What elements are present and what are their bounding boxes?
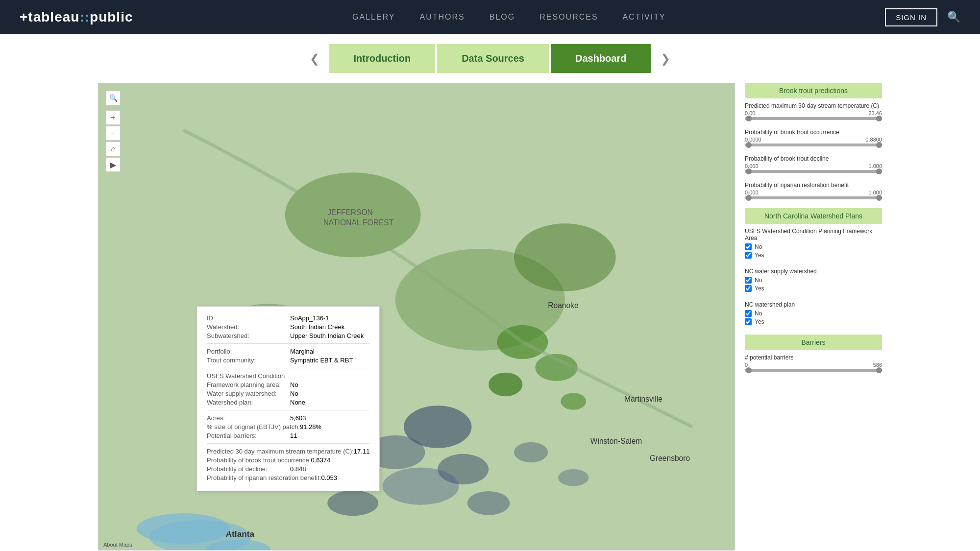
checkbox-usfs-label: USFS Watershed Condition Planning Framew… xyxy=(745,228,882,241)
map-container[interactable]: Kingsport Knoxville Sevierville Atlanta … xyxy=(98,83,735,551)
slider-occurrence: Probability of brook trout occurrence 0.… xyxy=(745,129,882,146)
tooltip-usfs-label: USFS Watershed Condition xyxy=(207,372,290,380)
slider-barriers-range: 0 586 xyxy=(745,362,882,368)
checkbox-usfs-yes-label: Yes xyxy=(755,252,764,259)
checkbox-nc-water-yes-input[interactable] xyxy=(745,285,752,292)
right-panel: Brook trout predictions Predicted maximu… xyxy=(745,83,882,551)
checkbox-group-nc-water: NC water supply watershed No Yes xyxy=(745,268,882,293)
checkbox-usfs-yes[interactable]: Yes xyxy=(745,252,882,259)
checkbox-nc-water-no-label: No xyxy=(755,277,762,284)
checkbox-usfs-no-input[interactable] xyxy=(745,243,752,250)
slider-temp: Predicted maximum 30-day stream temperat… xyxy=(745,102,882,120)
checkbox-nc-water-no-input[interactable] xyxy=(745,277,752,284)
tooltip-framework-value: No xyxy=(290,381,298,388)
checkbox-nc-water-yes[interactable]: Yes xyxy=(745,285,882,292)
svg-point-18 xyxy=(561,393,586,410)
slider-riparian-track[interactable] xyxy=(745,196,882,199)
nav-authors[interactable]: AUTHORS xyxy=(420,13,465,22)
checkbox-nc-plan-no-label: No xyxy=(755,310,762,317)
slider-occurrence-label: Probability of brook trout occurrence xyxy=(745,129,882,136)
slider-barriers-label: # potential barriers xyxy=(745,354,882,361)
checkbox-group-usfs: USFS Watershed Condition Planning Framew… xyxy=(745,228,882,260)
slider-temp-track[interactable] xyxy=(745,117,882,120)
tooltip-prob-decline-value: 0.848 xyxy=(290,465,306,473)
tooltip-prob-riparian-label: Probability of riparian restoration bene… xyxy=(207,474,321,481)
tooltip-pct-label: % size of original (EBTJV) patch: xyxy=(207,423,300,431)
checkbox-group-nc-plan: NC watershed plan No Yes xyxy=(745,301,882,327)
svg-point-14 xyxy=(558,469,588,486)
map-controls: 🔍 + − ⌂ ▶ xyxy=(106,91,121,172)
slider-occurrence-range: 0.0000 0.8800 xyxy=(745,137,882,143)
map-zoom-in-button[interactable]: + xyxy=(106,110,121,125)
slider-decline-range: 0.000 1.000 xyxy=(745,163,882,169)
slider-barriers-min: 0 xyxy=(745,362,748,368)
slider-decline: Probability of brook trout decline 0.000… xyxy=(745,155,882,173)
svg-point-17 xyxy=(489,373,522,396)
checkbox-nc-plan-no-input[interactable] xyxy=(745,310,752,317)
search-icon[interactable]: 🔍 xyxy=(947,11,960,24)
checkbox-nc-plan-yes-label: Yes xyxy=(755,318,764,325)
svg-point-10 xyxy=(383,468,459,505)
checkbox-nc-plan-yes-input[interactable] xyxy=(745,318,752,325)
slider-riparian-max: 1.000 xyxy=(868,190,882,195)
tooltip-prob-decline-label: Probability of decline: xyxy=(207,465,290,473)
signin-button[interactable]: SIGN IN xyxy=(885,8,937,26)
tooltip-barriers-value: 11 xyxy=(290,432,297,439)
nav-gallery[interactable]: GALLERY xyxy=(352,13,395,22)
tooltip-id-label: ID: xyxy=(207,314,290,322)
checkbox-usfs-no[interactable]: No xyxy=(745,243,882,250)
slider-riparian: Probability of riparian restoration bene… xyxy=(745,182,882,199)
svg-text:Greensboro: Greensboro xyxy=(650,454,690,462)
tab-datasources[interactable]: Data Sources xyxy=(437,44,549,73)
tooltip-subwatershed-label: Subwatershed: xyxy=(207,332,290,339)
tooltip-watershed-plan-value: None xyxy=(290,399,305,406)
svg-text:JEFFERSON: JEFFERSON xyxy=(327,208,373,216)
main-content: Kingsport Knoxville Sevierville Atlanta … xyxy=(0,78,980,551)
svg-text:Roanoke: Roanoke xyxy=(548,301,578,310)
svg-rect-0 xyxy=(98,83,735,550)
nav-resources[interactable]: RESOURCES xyxy=(539,13,598,22)
tooltip-watershed-plan-label: Watershed plan: xyxy=(207,399,290,406)
svg-point-12 xyxy=(467,491,510,515)
tab-prev-arrow[interactable]: ❮ xyxy=(300,52,329,66)
slider-decline-label: Probability of brook trout decline xyxy=(745,155,882,162)
tooltip-water-supply-label: Water supply watershed: xyxy=(207,390,290,397)
svg-text:Martinsville: Martinsville xyxy=(624,395,662,403)
nav-blog[interactable]: BLOG xyxy=(490,13,515,22)
svg-point-5 xyxy=(514,223,616,291)
svg-text:Atlanta: Atlanta xyxy=(226,529,255,539)
navbar-right: SIGN IN 🔍 xyxy=(885,8,960,26)
slider-riparian-range: 0.000 1.000 xyxy=(745,190,882,195)
tooltip-trout-value: Sympatric EBT & RBT xyxy=(290,357,353,364)
svg-point-13 xyxy=(514,442,548,463)
checkbox-usfs-no-label: No xyxy=(755,243,762,250)
tab-introduction[interactable]: Introduction xyxy=(329,44,436,73)
tabs-container: ❮ Introduction Data Sources Dashboard ❯ xyxy=(0,34,980,78)
checkbox-nc-water-no[interactable]: No xyxy=(745,277,882,284)
tab-dashboard[interactable]: Dashboard xyxy=(551,44,651,73)
slider-temp-label: Predicted maximum 30-day stream temperat… xyxy=(745,102,882,109)
map-search-button[interactable]: 🔍 xyxy=(106,91,121,105)
slider-riparian-min: 0.000 xyxy=(745,190,759,195)
tooltip-portfolio-value: Marginal xyxy=(290,348,315,355)
brook-trout-title: Brook trout predictions xyxy=(745,83,882,98)
nc-watershed-title: North Carolina Watershed Plans xyxy=(745,208,882,224)
slider-barriers-track[interactable] xyxy=(745,369,882,372)
map-home-button[interactable]: ⌂ xyxy=(106,142,121,156)
svg-point-3 xyxy=(285,172,421,257)
slider-occurrence-track[interactable] xyxy=(745,144,882,146)
checkbox-nc-plan-no[interactable]: No xyxy=(745,310,882,317)
map-expand-button[interactable]: ▶ xyxy=(106,157,121,172)
svg-text:NATIONAL FOREST: NATIONAL FOREST xyxy=(323,218,394,227)
slider-decline-track[interactable] xyxy=(745,170,882,173)
tooltip-prob-occur-value: 0.6374 xyxy=(311,456,330,464)
checkbox-nc-plan-yes[interactable]: Yes xyxy=(745,318,882,325)
tab-next-arrow[interactable]: ❯ xyxy=(651,52,680,66)
about-maps-label[interactable]: About Maps xyxy=(103,542,132,548)
tooltip-trout-label: Trout community: xyxy=(207,357,290,364)
map-zoom-out-button[interactable]: − xyxy=(106,126,121,141)
tooltip-pct-value: 91.28% xyxy=(300,423,321,431)
nav-activity[interactable]: ACTIVITY xyxy=(623,13,666,22)
svg-point-32 xyxy=(137,513,230,544)
checkbox-usfs-yes-input[interactable] xyxy=(745,252,752,259)
